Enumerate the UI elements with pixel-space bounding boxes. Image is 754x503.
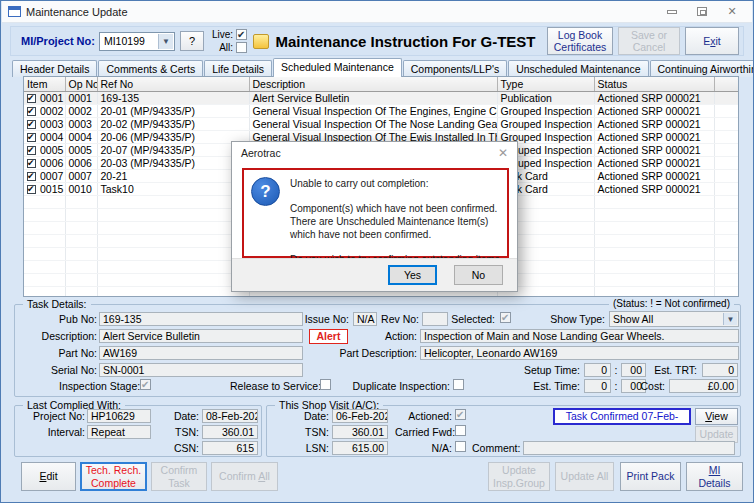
titlebar: Maintenance Update ✕ — [2, 1, 752, 23]
page-title: Maintenance Instruction For G-TEST — [269, 33, 542, 50]
lcw-tsn-label: TSN: — [157, 426, 199, 438]
setup-colon: : — [613, 364, 619, 376]
comment-field[interactable] — [523, 441, 735, 455]
selected-checkbox — [500, 312, 511, 323]
part-description-label: Part Description: — [331, 347, 417, 359]
window-title: Maintenance Update — [26, 6, 128, 18]
column-header-type[interactable]: Type — [497, 77, 594, 91]
close-icon: ✕ — [727, 6, 736, 17]
tab-strip: Header Details Comments & Certs Life Det… — [12, 58, 754, 77]
row-checkbox[interactable] — [27, 146, 36, 155]
project-no-label: Project No: — [19, 410, 85, 422]
est-trt-label: Est. TRT: — [653, 364, 697, 376]
tab-scheduled-maintenance[interactable]: Scheduled Maintenance — [273, 58, 402, 77]
est-trt-field: 0 — [702, 363, 738, 377]
tab-comments-certs[interactable]: Comments & Certs — [98, 60, 203, 77]
column-header-refno[interactable]: Ref No — [97, 77, 249, 91]
tech-rech-complete-button[interactable]: Tech. Rech. Complete — [80, 462, 147, 491]
interval-label: Interval: — [19, 426, 85, 438]
actioned-checkbox — [455, 409, 466, 420]
app-icon — [8, 6, 21, 17]
close-button[interactable]: ✕ — [724, 5, 740, 19]
note-icon[interactable] — [253, 34, 269, 49]
actioned-label: Actioned: — [395, 410, 452, 422]
yes-button[interactable]: Yes — [388, 265, 437, 285]
na-checkbox[interactable] — [455, 441, 466, 452]
lsn-field: 615.00 — [332, 441, 388, 455]
carried-fwd-checkbox[interactable] — [455, 425, 466, 436]
all-label: All: — [219, 42, 233, 53]
mi-details-button[interactable]: MIDetails — [686, 462, 743, 491]
question-icon: ? — [251, 177, 280, 206]
setup-time-label: Setup Time: — [520, 364, 580, 376]
column-header-item[interactable]: Item — [24, 77, 65, 91]
est-time-hours-field: 0 — [584, 379, 611, 393]
all-checkbox[interactable] — [236, 42, 247, 53]
tab-unscheduled-maintenance[interactable]: Unscheduled Maintenance — [508, 60, 648, 77]
interval-field: Repeat — [87, 425, 151, 439]
part-description-field: Helicopter, Leonardo AW169 — [420, 346, 739, 360]
dialog-title: Aerotrac — [232, 142, 517, 164]
inspection-stage-label: Inspection Stage: — [59, 380, 137, 392]
column-header-blank — [714, 77, 738, 91]
exit-button[interactable]: Exit — [685, 27, 739, 55]
tab-life-details[interactable]: Life Details — [204, 60, 272, 77]
cost-field: £0.00 — [669, 379, 738, 393]
row-checkbox[interactable] — [27, 185, 36, 194]
minimize-button[interactable] — [664, 5, 680, 19]
save-or-cancel-button: Save or Cancel — [618, 27, 680, 55]
table-row[interactable]: 0002 000220-01 (MP/94335/P) General Visu… — [24, 104, 738, 117]
release-to-service-checkbox[interactable] — [320, 379, 331, 390]
tab-components-llps[interactable]: Components/LLP's — [403, 60, 507, 77]
mi-project-value: MI10199 — [104, 35, 145, 47]
column-header-opno[interactable]: Op No — [65, 77, 97, 91]
dialog-close-icon[interactable]: ✕ — [498, 146, 508, 160]
est-time-label: Est. Time: — [523, 380, 580, 392]
table-row[interactable]: 0001 0001169-135 Alert Service BulletinP… — [24, 91, 738, 104]
maximize-button[interactable] — [694, 5, 710, 19]
row-checkbox[interactable] — [27, 159, 36, 168]
row-checkbox[interactable] — [27, 172, 36, 181]
part-no-field: AW169 — [99, 346, 303, 360]
part-no-label: Part No: — [33, 347, 97, 359]
lcw-csn-field: 615 — [202, 441, 258, 455]
column-header-description[interactable]: Description — [249, 77, 497, 91]
lcw-date-label: Date: — [157, 410, 199, 422]
tab-header-details[interactable]: Header Details — [12, 60, 97, 77]
view-button[interactable]: View — [695, 408, 738, 425]
carried-fwd-label: Carried Fwd: — [395, 426, 452, 438]
release-to-service-label: Release to Service: — [230, 380, 317, 392]
live-checkbox[interactable] — [236, 29, 247, 40]
tab-continuing-airworthiness[interactable]: Continuing Airworthiness Requirements — [650, 60, 754, 77]
chevron-down-icon[interactable]: ▼ — [158, 34, 173, 49]
duplicate-inspection-checkbox[interactable] — [453, 379, 464, 390]
lcw-csn-label: CSN: — [157, 442, 199, 454]
shop-visit-group: This Shop Visit (A/C): Date: 06-Feb-2023… — [266, 405, 741, 457]
no-button[interactable]: No — [454, 265, 503, 285]
help-button[interactable]: ? — [180, 31, 204, 51]
update-insp-group-button: Update Insp.Group — [488, 462, 550, 491]
mi-project-select[interactable]: MI10199 ▼ — [99, 32, 175, 51]
show-type-select[interactable]: Show All ▼ — [609, 311, 739, 327]
column-header-status[interactable]: Status — [594, 77, 714, 91]
row-checkbox[interactable] — [27, 94, 36, 103]
sv-tsn-field: 360.01 — [332, 425, 388, 439]
issue-no-field: N/A — [353, 312, 377, 326]
print-pack-button[interactable]: Print Pack — [620, 462, 681, 491]
row-checkbox[interactable] — [27, 107, 36, 116]
row-checkbox[interactable] — [27, 120, 36, 129]
lsn-label: LSN: — [277, 442, 329, 454]
task-details-legend: Task Details: — [23, 298, 91, 310]
rev-no-label: Rev No: — [375, 313, 419, 325]
issue-no-label: Issue No: — [296, 313, 349, 325]
pub-no-label: Pub No: — [33, 313, 97, 325]
dialog-button-bar: Yes No — [232, 258, 517, 291]
confirm-task-button: Confirm Task — [151, 462, 207, 491]
sv-date-label: Date: — [277, 410, 329, 422]
table-row[interactable]: 0003 000320-02 (MP/94335/P) General Visu… — [24, 117, 738, 130]
chevron-down-icon[interactable]: ▼ — [723, 313, 737, 325]
log-book-certificates-button[interactable]: Log Book Certificates — [547, 27, 613, 55]
edit-button[interactable]: Edit — [21, 462, 76, 491]
maximize-icon — [697, 7, 707, 16]
row-checkbox[interactable] — [27, 133, 36, 142]
